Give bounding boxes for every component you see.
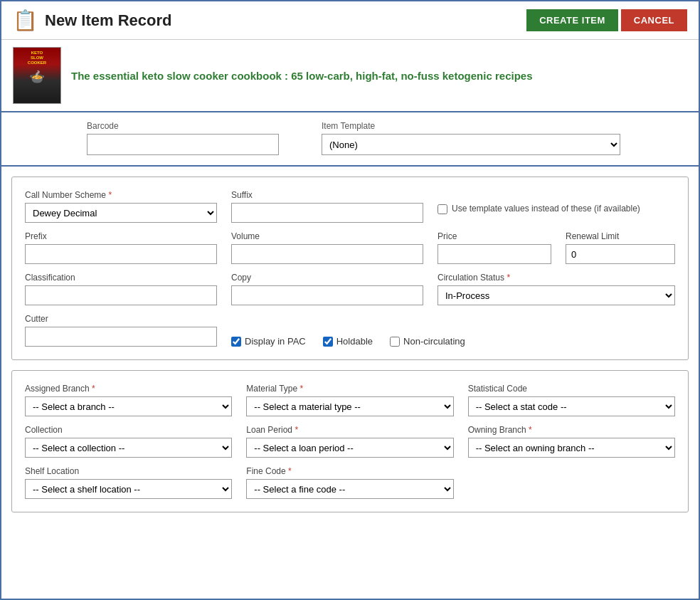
suffix-input[interactable] [231, 203, 423, 223]
cover-text-3: COOKER [28, 60, 46, 65]
volume-label: Volume [231, 231, 423, 241]
renewal-limit-label: Renewal Limit [566, 231, 675, 241]
price-input[interactable] [438, 244, 551, 264]
item-template-group: Item Template (None) [322, 121, 620, 155]
book-icon: 📋 [13, 9, 38, 32]
call-number-scheme-label: Call Number Scheme * [25, 190, 217, 200]
copy-group: Copy [231, 273, 423, 305]
classification-group: Classification [25, 273, 217, 305]
template-checkbox-group: Use template values instead of these (if… [438, 190, 675, 215]
shelf-location-select[interactable]: -- Select a shelf location -- [25, 479, 232, 499]
book-info-row: KETO SLOW COOKER 🍲 The essential keto sl… [1, 40, 699, 112]
price-group: Price [438, 231, 551, 264]
item-template-select[interactable]: (None) [322, 134, 620, 155]
prefix-label: Prefix [25, 231, 217, 241]
assigned-branch-select[interactable]: -- Select a branch -- [25, 396, 232, 416]
non-circulating-checkbox[interactable] [390, 337, 400, 347]
circulation-status-label: Circulation Status * [438, 273, 675, 283]
prefix-input[interactable] [25, 244, 217, 264]
cutter-label: Cutter [25, 314, 217, 324]
create-item-button[interactable]: CREATE ITEM [526, 9, 618, 31]
template-checkbox[interactable] [438, 204, 447, 214]
loan-period-group: Loan Period * -- Select a loan period -- [246, 425, 453, 458]
statistical-code-group: Statistical Code -- Select a stat code -… [468, 384, 675, 416]
renewal-limit-group: Renewal Limit [566, 231, 675, 264]
header-buttons: CREATE ITEM CANCEL [526, 9, 687, 31]
shelf-location-group: Shelf Location -- Select a shelf locatio… [25, 466, 232, 499]
holdable-checkbox[interactable] [323, 337, 333, 347]
circulation-status-select[interactable]: In-Process Available Checked Out [438, 285, 675, 305]
non-circulating-label: Non-circulating [403, 336, 465, 347]
collection-group: Collection -- Select a collection -- [25, 425, 232, 458]
template-checkbox-label: Use template values instead of these (if… [452, 203, 640, 215]
call-number-scheme-select[interactable]: Dewey Decimal LC Other [25, 203, 217, 223]
assigned-branch-label: Assigned Branch * [25, 384, 232, 394]
page-title: New Item Record [45, 11, 172, 30]
display-in-pac-checkbox[interactable] [231, 337, 241, 347]
cancel-button[interactable]: CANCEL [621, 9, 687, 31]
statistical-code-select[interactable]: -- Select a stat code -- [468, 396, 675, 416]
book-cover: KETO SLOW COOKER 🍲 [13, 47, 61, 104]
barcode-group: Barcode [87, 121, 279, 155]
branch-section: Assigned Branch * -- Select a branch -- … [11, 370, 689, 512]
call-number-scheme-group: Call Number Scheme * Dewey Decimal LC Ot… [25, 190, 217, 223]
price-label: Price [438, 231, 551, 241]
display-in-pac-label: Display in PAC [245, 336, 306, 347]
non-circulating-item: Non-circulating [390, 336, 465, 347]
owning-branch-group: Owning Branch * -- Select an owning bran… [468, 425, 675, 458]
renewal-limit-input[interactable] [566, 244, 675, 264]
statistical-code-label: Statistical Code [468, 384, 675, 394]
cutter-group: Cutter [25, 314, 217, 347]
holdable-item: Holdable [323, 336, 373, 347]
checkboxes-row: Display in PAC Holdable Non-circulating [231, 336, 675, 347]
classification-input[interactable] [25, 285, 217, 305]
call-number-section: Call Number Scheme * Dewey Decimal LC Ot… [11, 177, 689, 360]
cover-text-2: SLOW [31, 56, 43, 60]
shelf-location-label: Shelf Location [25, 466, 232, 476]
book-title[interactable]: The essential keto slow cooker cookbook … [71, 70, 533, 82]
holdable-label: Holdable [336, 336, 373, 347]
fine-code-group: Fine Code * -- Select a fine code -- [246, 466, 453, 499]
prefix-group: Prefix [25, 231, 217, 264]
cover-bowl-icon: 🍲 [29, 69, 45, 85]
collection-select[interactable]: -- Select a collection -- [25, 438, 232, 458]
volume-input[interactable] [231, 244, 423, 264]
fine-code-label: Fine Code * [246, 466, 453, 476]
circulation-status-group: Circulation Status * In-Process Availabl… [438, 273, 675, 305]
item-template-label: Item Template [322, 121, 620, 131]
suffix-group: Suffix [231, 190, 423, 223]
loan-period-select[interactable]: -- Select a loan period -- [246, 438, 453, 458]
loan-period-label: Loan Period * [246, 425, 453, 435]
suffix-label: Suffix [231, 190, 423, 200]
assigned-branch-group: Assigned Branch * -- Select a branch -- [25, 384, 232, 416]
barcode-label: Barcode [87, 121, 279, 131]
copy-input[interactable] [231, 285, 423, 305]
cutter-input[interactable] [25, 327, 217, 347]
volume-group: Volume [231, 231, 423, 264]
material-type-group: Material Type * -- Select a material typ… [246, 384, 453, 416]
cover-text-1: KETO [31, 51, 43, 56]
fine-code-select[interactable]: -- Select a fine code -- [246, 479, 453, 499]
top-fields-row: Barcode Item Template (None) [1, 112, 699, 167]
classification-label: Classification [25, 273, 217, 283]
collection-label: Collection [25, 425, 232, 435]
material-type-select[interactable]: -- Select a material type -- [246, 396, 453, 416]
copy-label: Copy [231, 273, 423, 283]
owning-branch-label: Owning Branch * [468, 425, 675, 435]
material-type-label: Material Type * [246, 384, 453, 394]
owning-branch-select[interactable]: -- Select an owning branch -- [468, 438, 675, 458]
barcode-input[interactable] [87, 134, 279, 155]
display-in-pac-item: Display in PAC [231, 336, 306, 347]
